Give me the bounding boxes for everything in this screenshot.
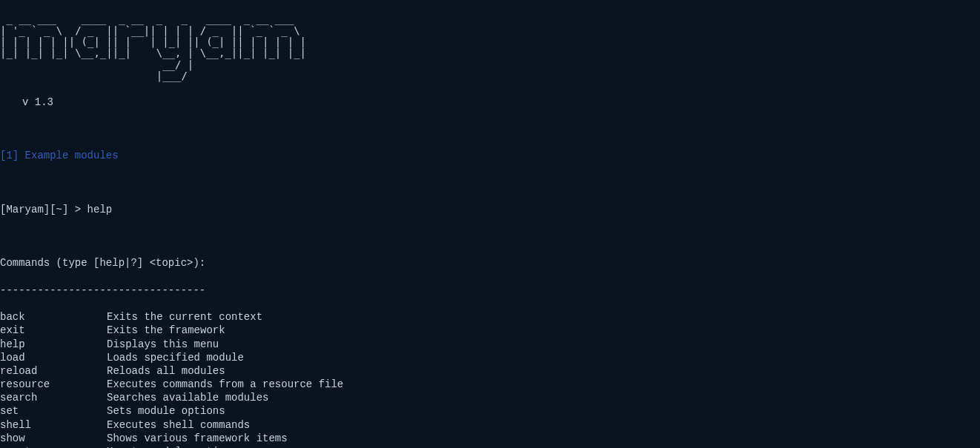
- command-desc: Executes commands from a resource file: [107, 378, 343, 391]
- command-row: showShows various framework items: [0, 432, 980, 445]
- version-text: v 1.3: [22, 96, 980, 109]
- command-desc: Sets module options: [107, 404, 225, 418]
- command-name: exit: [0, 324, 107, 337]
- commands-list: backExits the current contextexitExits t…: [0, 310, 980, 448]
- command-desc: Displays this menu: [107, 338, 219, 351]
- command-name: shell: [0, 418, 107, 432]
- command-row: resourceExecutes commands from a resourc…: [0, 378, 980, 391]
- help-divider: ---------------------------------: [0, 284, 980, 297]
- command-name: show: [0, 432, 107, 445]
- command-row: unsetUnsets module options: [0, 445, 980, 448]
- module-count-line: [1] Example modules: [0, 149, 980, 162]
- command-name: reload: [0, 364, 107, 378]
- command-row: shellExecutes shell commands: [0, 418, 980, 432]
- command-desc: Exits the current context: [107, 310, 262, 324]
- command-desc: Exits the framework: [107, 324, 225, 337]
- terminal-output[interactable]: _ __ ___ ____ _ __ _ _ ____ _ __ ___ | '…: [0, 0, 980, 448]
- command-row: loadLoads specified module: [0, 351, 980, 364]
- command-row: setSets module options: [0, 404, 980, 418]
- command-name: help: [0, 338, 107, 351]
- command-name: load: [0, 351, 107, 364]
- command-desc: Shows various framework items: [107, 432, 288, 445]
- command-desc: Searches available modules: [107, 391, 268, 404]
- command-name: resource: [0, 378, 107, 391]
- command-row: reloadReloads all modules: [0, 364, 980, 378]
- command-desc: Unsets module options: [107, 445, 237, 448]
- command-row: searchSearches available modules: [0, 391, 980, 404]
- command-desc: Executes shell commands: [107, 418, 250, 432]
- command-name: search: [0, 391, 107, 404]
- command-name: set: [0, 404, 107, 418]
- prompt-help: [Maryam][~] > help: [0, 203, 980, 216]
- help-header: Commands (type [help|?] <topic>):: [0, 256, 980, 270]
- command-desc: Loads specified module: [107, 351, 244, 364]
- ascii-banner: _ __ ___ ____ _ __ _ _ ____ _ __ ___ | '…: [0, 13, 980, 81]
- command-name: unset: [0, 445, 107, 448]
- command-row: exitExits the framework: [0, 324, 980, 337]
- command-name: back: [0, 310, 107, 324]
- command-row: backExits the current context: [0, 310, 980, 324]
- command-desc: Reloads all modules: [107, 364, 225, 378]
- command-row: helpDisplays this menu: [0, 338, 980, 351]
